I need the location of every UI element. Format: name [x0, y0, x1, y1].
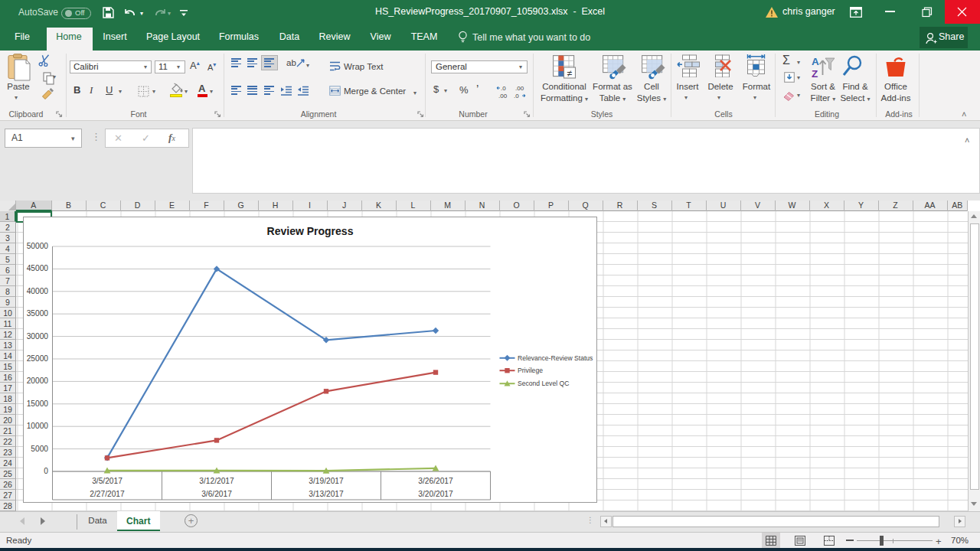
svg-text:25000: 25000	[26, 354, 48, 363]
svg-text:40000: 40000	[26, 287, 48, 295]
svg-text:≠: ≠	[567, 68, 573, 79]
svg-text:0: 0	[44, 467, 48, 475]
svg-text:15000: 15000	[26, 399, 48, 408]
svg-text:2/27/2017: 2/27/2017	[90, 490, 125, 498]
svg-text:30000: 30000	[26, 332, 48, 341]
svg-text:3/5/2017: 3/5/2017	[92, 477, 122, 485]
svg-text:Z: Z	[812, 68, 818, 79]
svg-text:3/6/2017: 3/6/2017	[201, 490, 232, 498]
svg-text:5000: 5000	[31, 445, 48, 453]
svg-text:Review Progress: Review Progress	[266, 225, 353, 237]
svg-text:3/19/2017: 3/19/2017	[309, 477, 344, 485]
svg-text:3/13/2017: 3/13/2017	[309, 490, 344, 498]
svg-text:Privilege: Privilege	[518, 367, 543, 374]
svg-text:.0: .0	[514, 93, 519, 99]
svg-text:.0: .0	[501, 85, 506, 92]
svg-text:Second Level QC: Second Level QC	[518, 380, 569, 387]
svg-text:50000: 50000	[26, 242, 48, 250]
svg-text:3/12/2017: 3/12/2017	[199, 477, 234, 485]
svg-text:45000: 45000	[26, 264, 48, 272]
svg-text:20000: 20000	[26, 377, 48, 385]
svg-text:.00: .00	[498, 93, 508, 99]
svg-text:35000: 35000	[26, 309, 48, 318]
svg-text:A: A	[812, 56, 819, 67]
svg-text:3/26/2017: 3/26/2017	[418, 477, 453, 485]
svg-text:Relevance-Review Status: Relevance-Review Status	[518, 354, 593, 362]
svg-text:.00: .00	[515, 85, 524, 92]
svg-text:10000: 10000	[26, 422, 48, 430]
svg-text:3/20/2017: 3/20/2017	[418, 490, 453, 498]
